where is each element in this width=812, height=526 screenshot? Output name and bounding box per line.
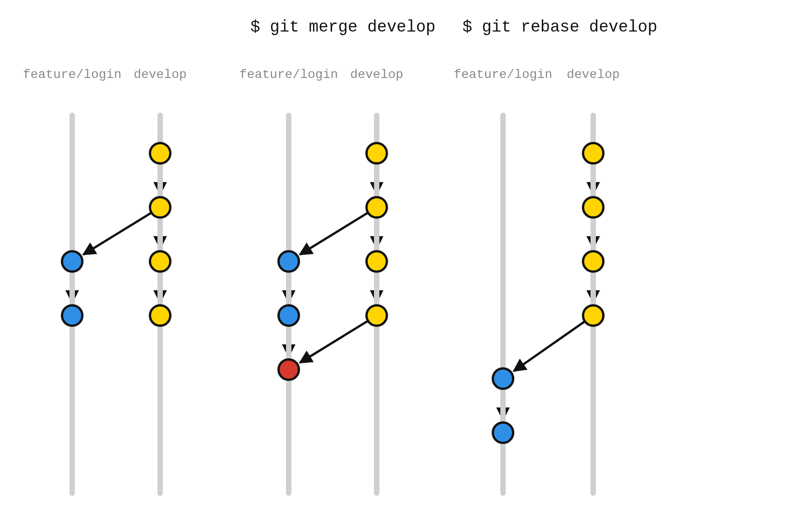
commit-node-red <box>277 358 300 381</box>
commit-node-blue <box>492 367 514 390</box>
diagram-canvas: feature/login develop $ git merge develo… <box>0 0 812 526</box>
commit-node-yellow <box>149 250 171 273</box>
edges-svg <box>0 0 812 526</box>
commit-edge <box>300 213 367 254</box>
commit-node-yellow <box>582 142 604 165</box>
commit-node-yellow <box>365 250 388 273</box>
commit-node-yellow <box>149 142 171 165</box>
commit-edge <box>84 213 150 254</box>
commit-edge <box>514 322 584 370</box>
commit-node-yellow <box>149 304 171 327</box>
commit-node-yellow <box>582 304 604 327</box>
commit-node-yellow <box>582 196 604 219</box>
panel-title-rebase: $ git rebase develop <box>462 18 657 37</box>
commit-node-yellow <box>365 304 388 327</box>
commit-node-yellow <box>582 250 604 273</box>
commit-node-blue <box>61 250 83 273</box>
commit-node-blue <box>61 304 83 327</box>
commit-node-yellow <box>365 142 388 165</box>
commit-edge <box>300 321 367 362</box>
commit-node-yellow <box>365 196 388 219</box>
branch-label-feature: feature/login <box>240 68 338 82</box>
branch-label-develop: develop <box>567 68 620 82</box>
commit-node-blue <box>277 304 300 327</box>
commit-node-blue <box>277 250 300 273</box>
branch-label-feature: feature/login <box>23 68 121 82</box>
commit-node-blue <box>492 421 514 444</box>
commit-node-yellow <box>149 196 171 219</box>
panel-title-merge: $ git merge develop <box>250 18 435 37</box>
branch-label-develop: develop <box>134 68 187 82</box>
branch-label-develop: develop <box>350 68 403 82</box>
branch-label-feature: feature/login <box>454 68 552 82</box>
